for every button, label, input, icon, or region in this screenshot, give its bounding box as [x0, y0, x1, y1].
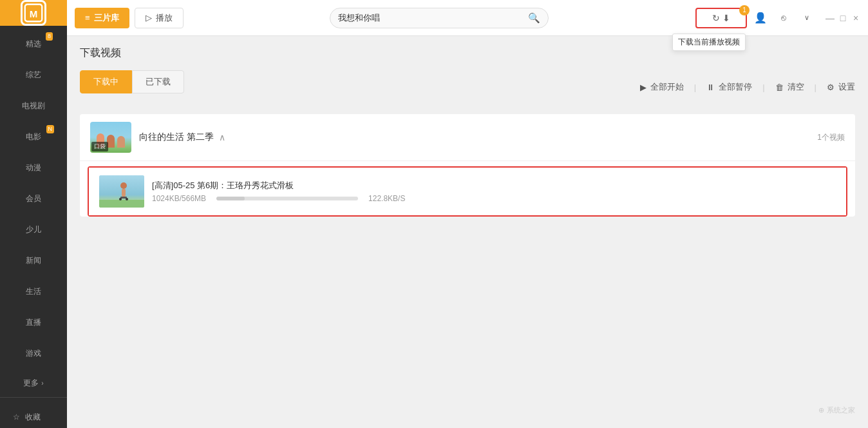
tab-actions: ▶ 全部开始 | ⏸ 全部暂停 | 🗑 清空 | ⚙ 设置	[640, 81, 855, 93]
chevron-down-icon: ∨	[804, 14, 809, 22]
figure-3	[117, 136, 125, 148]
clear-label: 清空	[788, 81, 804, 93]
play-button[interactable]: ▷ 播放	[135, 8, 184, 28]
zhibo-label: 直播	[26, 317, 41, 328]
library-label: 三片库	[94, 12, 119, 24]
svg-point-8	[119, 198, 122, 200]
settings-button[interactable]: ⚙ 设置	[827, 81, 855, 93]
chevron-down-button[interactable]: ∨	[797, 8, 816, 28]
sidebar-item-dianying[interactable]: 电影 N	[0, 121, 67, 152]
play-label: 播放	[156, 12, 173, 24]
library-icon: ≡	[85, 13, 90, 23]
shenghuo-label: 生活	[26, 286, 41, 297]
sidebar-item-huiyuan[interactable]: 会员	[0, 183, 67, 214]
pause-all-button[interactable]: ⏸ 全部暂停	[706, 81, 752, 93]
item-progress-bar	[216, 197, 245, 200]
watermark-text: 系统之家	[827, 405, 855, 415]
youxi-label: 游戏	[26, 348, 41, 359]
item-speed: 122.8KB/S	[368, 194, 405, 203]
svg-point-9	[126, 198, 128, 200]
section-thumbnail: 口袋	[90, 122, 131, 153]
user-icon: 👤	[754, 12, 767, 24]
main-area: ≡ 三片库 ▷ 播放 🔍 ↻ ⬇ 1 下载当前播放视频 👤	[67, 0, 868, 428]
tab-bar: 下载中 已下载	[80, 70, 184, 93]
sidebar-item-zhibo[interactable]: 直播	[0, 307, 67, 338]
sidebar-item-zongyi[interactable]: 综艺	[0, 59, 67, 90]
maximize-button[interactable]: □	[838, 14, 847, 23]
item-progress-bar-wrapper	[216, 197, 358, 200]
favorites-label: 收藏	[25, 412, 41, 423]
section-count: 1个视频	[817, 132, 845, 143]
dianying-label: 电影	[26, 131, 41, 142]
close-button[interactable]: ×	[851, 14, 860, 23]
sidebar-item-youxi[interactable]: 游戏	[0, 338, 67, 369]
watermark-icon: ⊕	[818, 406, 824, 414]
content-area: 下载视频 下载中 已下载 ▶ 全部开始 | ⏸ 全部暂停	[67, 36, 868, 428]
sidebar-item-shaor[interactable]: 少儿	[0, 214, 67, 245]
item-title: [高清]05-25 第6期：王珞丹秀花式滑板	[152, 180, 836, 191]
dongman-label: 动漫	[26, 162, 41, 173]
download-button[interactable]: ↻ ⬇ 1 下载当前播放视频	[695, 8, 747, 28]
svg-rect-7	[120, 197, 127, 199]
svg-point-5	[120, 182, 127, 189]
sidebar-nav: 精选 8 综艺 电视剧 电影 N 动漫 会员 少儿 新闻 生活 直播	[0, 26, 67, 397]
sidebar-bottom: ☆ 收藏 ◷ 足迹 Ai	[0, 397, 67, 428]
download-tooltip: 下载当前播放视频	[672, 34, 746, 51]
play-icon: ▷	[146, 13, 152, 23]
search-input[interactable]	[338, 13, 523, 23]
sidebar: M 精选 8 综艺 电视剧 电影 N 动漫 会员 少儿 新闻	[0, 0, 67, 428]
sidebar-item-shenghuo[interactable]: 生活	[0, 276, 67, 307]
download-icon: ⬇	[722, 13, 730, 23]
settings-label: 设置	[838, 81, 855, 93]
tab-downloaded-label: 已下载	[146, 76, 171, 88]
separator-1: |	[694, 83, 696, 92]
more-arrow-icon: ›	[41, 380, 43, 387]
svg-rect-4	[99, 200, 144, 208]
start-all-button[interactable]: ▶ 全部开始	[640, 81, 684, 93]
sidebar-item-favorites[interactable]: ☆ 收藏	[0, 403, 67, 428]
section-header: 口袋 向往的生活 第二季 ∧ 1个视频	[80, 114, 855, 161]
tab-downloading[interactable]: 下载中	[80, 70, 132, 93]
sidebar-item-jingxuan[interactable]: 精选 8	[0, 28, 67, 59]
user-button[interactable]: 👤	[751, 8, 770, 28]
tab-downloaded[interactable]: 已下载	[132, 70, 184, 93]
refresh-icon: ↻	[712, 13, 720, 23]
more-label: 更多	[23, 378, 39, 389]
separator-2: |	[762, 83, 764, 92]
item-thumb-scene	[99, 175, 144, 208]
watermark: ⊕ 系统之家	[818, 405, 855, 415]
sidebar-item-dianshiju[interactable]: 电视剧	[0, 90, 67, 121]
jingxuan-badge: 8	[46, 32, 53, 41]
download-section: 口袋 向往的生活 第二季 ∧ 1个视频	[80, 114, 855, 217]
sidebar-item-dongman[interactable]: 动漫	[0, 152, 67, 183]
window-controls: — □ ×	[826, 14, 860, 23]
svg-rect-6	[122, 189, 126, 197]
tab-downloading-label: 下载中	[93, 76, 118, 88]
shaor-label: 少儿	[26, 224, 41, 235]
chevron-up-icon[interactable]: ∧	[219, 132, 225, 142]
logo-icon: M	[21, 0, 46, 26]
start-all-label: 全部开始	[650, 81, 684, 93]
thumbnail-label: 口袋	[91, 142, 108, 151]
clear-button[interactable]: 🗑 清空	[775, 81, 804, 93]
library-button[interactable]: ≡ 三片库	[75, 8, 129, 28]
search-icon[interactable]: 🔍	[528, 12, 540, 24]
section-title: 向往的生活 第二季 ∧	[139, 131, 225, 143]
sidebar-item-xinwen[interactable]: 新闻	[0, 245, 67, 276]
favorites-icon: ☆	[13, 413, 20, 422]
sidebar-item-more[interactable]: 更多 ›	[0, 369, 67, 397]
jingxuan-label: 精选	[26, 39, 41, 50]
dianying-badge: N	[46, 125, 55, 133]
share-button[interactable]: ⎋	[774, 8, 793, 28]
item-thumbnail	[99, 175, 144, 208]
minimize-button[interactable]: —	[826, 14, 835, 23]
download-item: [高清]05-25 第6期：王珞丹秀花式滑板 1024KB/566MB 122.…	[89, 168, 846, 215]
xinwen-label: 新闻	[26, 255, 41, 266]
app-logo[interactable]: M	[0, 0, 67, 26]
section-title-text: 向往的生活 第二季	[139, 131, 214, 143]
search-box[interactable]: 🔍	[330, 8, 549, 28]
topbar: ≡ 三片库 ▷ 播放 🔍 ↻ ⬇ 1 下载当前播放视频 👤	[67, 0, 868, 36]
pause-icon: ⏸	[706, 83, 715, 92]
item-size: 1024KB/566MB	[152, 194, 206, 203]
item-stats: 1024KB/566MB 122.8KB/S	[152, 194, 836, 203]
